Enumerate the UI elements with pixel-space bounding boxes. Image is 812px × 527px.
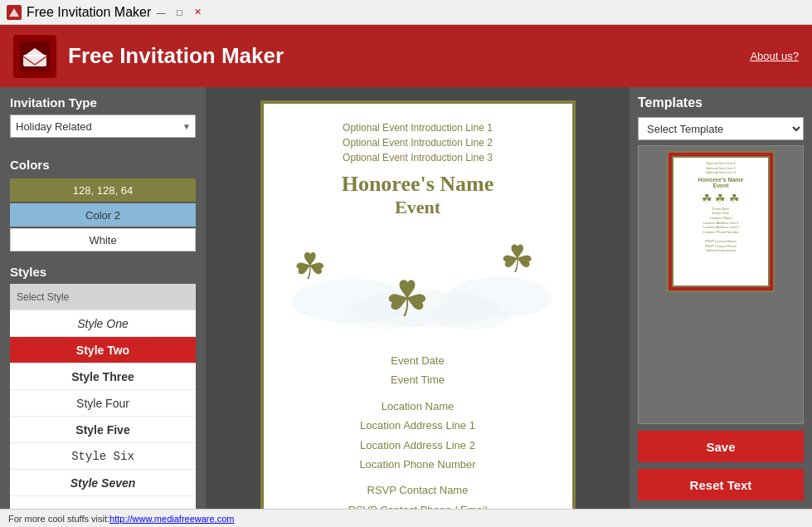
templates-label: Templates — [638, 95, 804, 110]
shamrock-center: ☘ — [385, 270, 430, 328]
styles-list: Select Style Style One Style Two Style T… — [10, 284, 196, 509]
style-select-header[interactable]: Select Style — [10, 284, 196, 310]
about-link[interactable]: About us? — [750, 50, 799, 62]
color2-swatch[interactable]: Color 2 — [10, 203, 196, 227]
template-select[interactable]: Select Template — [638, 117, 804, 140]
statusbar-text: For more cool stuffs visit: — [8, 514, 109, 524]
card-event-date: Event Date — [391, 351, 445, 370]
card-location-addr1: Location Address Line 1 — [359, 416, 475, 435]
left-panel: Invitation Type Holiday Related Birthday… — [0, 87, 206, 509]
window-title: Free Invitation Maker — [27, 5, 151, 20]
app-icon — [7, 5, 22, 20]
invitation-type-label: Invitation Type — [0, 87, 206, 115]
shamrock-right: ☘ — [500, 237, 534, 281]
card-event-time: Event Time — [391, 370, 445, 389]
card-location-addr2: Location Address Line 2 — [359, 436, 475, 455]
card-location-phone: Location Phone Number — [359, 455, 475, 474]
thumb-intro: Optional Intro Line 1Optional Intro Line… — [706, 161, 736, 175]
svg-point-11 — [429, 300, 510, 329]
center-panel: Optional Event Introduction Line 1 Optio… — [206, 87, 630, 509]
statusbar-link[interactable]: http://www.mediafreeware.com — [109, 514, 234, 524]
card-intro-line2: Optional Event Introduction Line 2 — [343, 135, 493, 150]
card-rsvp: RSVP Contact Name RSVP Contact Phone / E… — [348, 481, 487, 509]
card-intro-line3: Optional Event Introduction Line 3 — [343, 150, 493, 165]
style-item-two[interactable]: Style Two — [10, 337, 196, 364]
invitation-card: Optional Event Introduction Line 1 Optio… — [260, 100, 576, 509]
style-item-six[interactable]: Style Six — [10, 443, 196, 470]
style-item-seven[interactable]: Style Seven — [10, 470, 196, 496]
card-location-name: Location Name — [359, 397, 475, 416]
template-thumb-inner: Optional Intro Line 1Optional Intro Line… — [672, 156, 770, 287]
invitation-type-section: Invitation Type Holiday Related Birthday… — [0, 87, 206, 149]
color1-swatch[interactable]: 128, 128, 64 — [10, 178, 196, 202]
main-area: Invitation Type Holiday Related Birthday… — [0, 87, 812, 509]
card-datetime: Event Date Event Time — [391, 351, 445, 390]
card-rsvp-phone: RSVP Contact Phone / Email — [348, 500, 487, 509]
card-rsvp-contact: RSVP Contact Name — [348, 481, 487, 500]
styles-section: Styles Select Style Style One Style Two … — [0, 256, 206, 509]
template-thumbnail-1[interactable]: Optional Intro Line 1Optional Intro Line… — [667, 151, 775, 292]
invitation-type-dropdown-wrapper: Holiday Related Birthday Wedding Baby Sh… — [10, 115, 196, 138]
card-event: Event — [395, 197, 440, 218]
colors-label: Colors — [0, 149, 206, 177]
card-intro-line1: Optional Event Introduction Line 1 — [343, 120, 493, 135]
thumb-shamrocks: ☘ ☘ ☘ — [702, 192, 741, 205]
card-honoree: Honoree's Name — [342, 172, 494, 197]
titlebar: Free Invitation Maker — □ ✕ — [0, 0, 812, 25]
close-button[interactable]: ✕ — [189, 4, 206, 21]
minimize-button[interactable]: — — [153, 4, 169, 21]
statusbar: For more cool stuffs visit: http://www.m… — [0, 509, 812, 527]
maximize-button[interactable]: □ — [171, 4, 187, 21]
thumb-details: Event DateEvent TimeLocation NameLocatio… — [703, 207, 738, 253]
colors-section: Colors 128, 128, 64 Color 2 White — [0, 149, 206, 256]
styles-label: Styles — [0, 256, 206, 284]
style-item-five[interactable]: Style Five — [10, 417, 196, 443]
style-item-three[interactable]: Style Three — [10, 364, 196, 390]
thumb-honoree: Honoree's NameEvent — [698, 177, 744, 188]
invitation-type-select[interactable]: Holiday Related Birthday Wedding Baby Sh… — [10, 115, 196, 138]
style-item-four[interactable]: Style Four — [10, 390, 196, 417]
app-title: Free Invitation Maker — [68, 43, 750, 69]
card-shamrock-area: ☘ ☘ ☘ — [277, 228, 559, 344]
shamrock-left: ☘ — [294, 245, 326, 287]
templates-scroll-area: Optional Intro Line 1Optional Intro Line… — [638, 145, 804, 424]
app-logo — [13, 35, 56, 78]
color3-swatch[interactable]: White — [10, 228, 196, 251]
reset-text-button[interactable]: Reset Text — [638, 469, 804, 500]
card-location: Location Name Location Address Line 1 Lo… — [359, 397, 475, 475]
style-item-one[interactable]: Style One — [10, 310, 196, 337]
app-header: Free Invitation Maker About us? — [0, 25, 812, 87]
right-panel: Templates Select Template Optional Intro… — [630, 87, 812, 509]
save-button[interactable]: Save — [638, 431, 804, 462]
